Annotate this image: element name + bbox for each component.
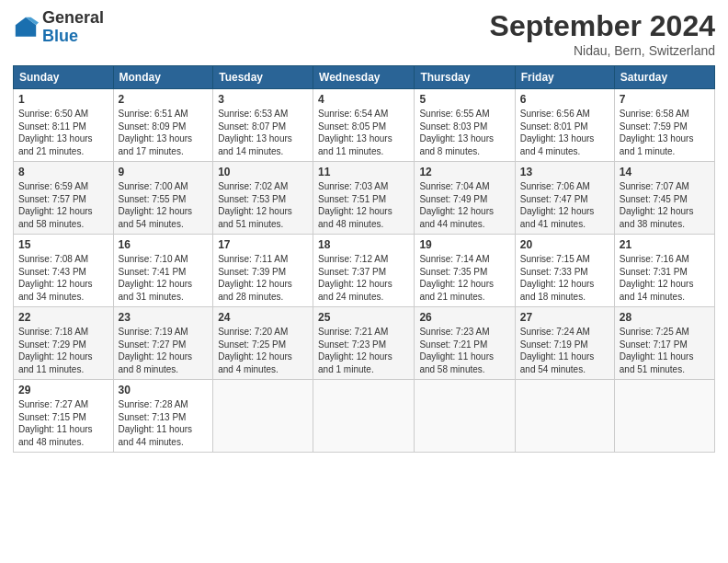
calendar-table: Sunday Monday Tuesday Wednesday Thursday… [13,65,715,453]
day-number: 27 [520,311,609,324]
table-row: 28Sunrise: 7:25 AM Sunset: 7:17 PM Dayli… [614,307,714,380]
day-info: Sunrise: 7:16 AM Sunset: 7:31 PM Dayligh… [620,253,710,303]
calendar-week-row: 1Sunrise: 6:50 AM Sunset: 8:11 PM Daylig… [14,89,715,162]
day-info: Sunrise: 7:21 AM Sunset: 7:23 PM Dayligh… [318,326,409,375]
day-info: Sunrise: 6:51 AM Sunset: 8:09 PM Dayligh… [119,108,209,157]
calendar-week-row: 22Sunrise: 7:18 AM Sunset: 7:29 PM Dayli… [14,307,715,380]
day-number: 13 [520,166,609,178]
day-info: Sunrise: 6:54 AM Sunset: 8:05 PM Dayligh… [318,108,409,157]
table-row: 17Sunrise: 7:11 AM Sunset: 7:39 PM Dayli… [213,235,313,307]
table-row: 15Sunrise: 7:08 AM Sunset: 7:43 PM Dayli… [14,235,114,307]
col-thursday: Thursday [415,66,515,89]
day-info: Sunrise: 7:28 AM Sunset: 7:13 PM Dayligh… [119,398,209,448]
table-row: 9Sunrise: 7:00 AM Sunset: 7:55 PM Daylig… [113,162,213,235]
day-number: 26 [419,311,509,324]
table-row: 6Sunrise: 6:56 AM Sunset: 8:01 PM Daylig… [515,89,614,162]
calendar-week-row: 29Sunrise: 7:27 AM Sunset: 7:15 PM Dayli… [14,380,715,453]
table-row: 25Sunrise: 7:21 AM Sunset: 7:23 PM Dayli… [313,307,415,380]
col-friday: Friday [515,66,614,89]
day-info: Sunrise: 7:25 AM Sunset: 7:17 PM Dayligh… [620,326,710,375]
table-row [415,380,515,453]
day-number: 8 [18,166,108,178]
day-number: 12 [419,166,509,178]
table-row: 29Sunrise: 7:27 AM Sunset: 7:15 PM Dayli… [14,380,114,453]
day-number: 25 [318,311,409,324]
logo-icon [13,15,39,40]
day-number: 20 [520,238,609,251]
day-info: Sunrise: 7:10 AM Sunset: 7:41 PM Dayligh… [119,253,209,303]
table-row: 14Sunrise: 7:07 AM Sunset: 7:45 PM Dayli… [614,162,714,235]
day-number: 6 [520,93,609,106]
table-row: 13Sunrise: 7:06 AM Sunset: 7:47 PM Dayli… [515,162,614,235]
day-number: 29 [18,384,108,396]
day-number: 2 [119,93,209,106]
day-number: 1 [18,93,108,106]
day-number: 10 [218,166,308,178]
day-number: 23 [119,311,209,324]
table-row: 10Sunrise: 7:02 AM Sunset: 7:53 PM Dayli… [213,162,313,235]
day-info: Sunrise: 7:11 AM Sunset: 7:39 PM Dayligh… [218,253,308,303]
day-number: 15 [18,238,108,251]
header: General Blue September 2024 Nidau, Bern,… [13,9,715,58]
day-number: 18 [318,238,409,251]
day-info: Sunrise: 7:15 AM Sunset: 7:33 PM Dayligh… [520,253,609,303]
table-row: 20Sunrise: 7:15 AM Sunset: 7:33 PM Dayli… [515,235,614,307]
day-info: Sunrise: 7:20 AM Sunset: 7:25 PM Dayligh… [218,326,308,375]
table-row: 26Sunrise: 7:23 AM Sunset: 7:21 PM Dayli… [415,307,515,380]
table-row: 11Sunrise: 7:03 AM Sunset: 7:51 PM Dayli… [313,162,415,235]
table-row: 30Sunrise: 7:28 AM Sunset: 7:13 PM Dayli… [113,380,213,453]
day-number: 4 [318,93,409,106]
day-number: 17 [218,238,308,251]
calendar-week-row: 15Sunrise: 7:08 AM Sunset: 7:43 PM Dayli… [14,235,715,307]
day-info: Sunrise: 6:53 AM Sunset: 8:07 PM Dayligh… [218,108,308,157]
day-number: 14 [620,166,710,178]
day-info: Sunrise: 7:03 AM Sunset: 7:51 PM Dayligh… [318,180,409,230]
day-number: 19 [419,238,509,251]
page: General Blue September 2024 Nidau, Bern,… [0,0,728,563]
col-saturday: Saturday [614,66,714,89]
day-number: 5 [419,93,509,106]
col-wednesday: Wednesday [313,66,415,89]
day-info: Sunrise: 7:14 AM Sunset: 7:35 PM Dayligh… [419,253,509,303]
day-info: Sunrise: 7:24 AM Sunset: 7:19 PM Dayligh… [520,326,609,375]
logo-text: General Blue [42,9,104,46]
day-info: Sunrise: 7:07 AM Sunset: 7:45 PM Dayligh… [620,180,710,230]
day-number: 3 [218,93,308,106]
day-info: Sunrise: 7:12 AM Sunset: 7:37 PM Dayligh… [318,253,409,303]
day-info: Sunrise: 7:18 AM Sunset: 7:29 PM Dayligh… [18,326,108,375]
day-info: Sunrise: 7:19 AM Sunset: 7:27 PM Dayligh… [119,326,209,375]
day-number: 28 [620,311,710,324]
day-number: 21 [620,238,710,251]
day-info: Sunrise: 7:04 AM Sunset: 7:49 PM Dayligh… [419,180,509,230]
day-number: 11 [318,166,409,178]
table-row: 16Sunrise: 7:10 AM Sunset: 7:41 PM Dayli… [113,235,213,307]
table-row: 2Sunrise: 6:51 AM Sunset: 8:09 PM Daylig… [113,89,213,162]
table-row: 1Sunrise: 6:50 AM Sunset: 8:11 PM Daylig… [14,89,114,162]
table-row: 7Sunrise: 6:58 AM Sunset: 7:59 PM Daylig… [614,89,714,162]
month-title: September 2024 [490,9,715,43]
table-row: 4Sunrise: 6:54 AM Sunset: 8:05 PM Daylig… [313,89,415,162]
logo-general-text: General [42,9,104,28]
col-monday: Monday [113,66,213,89]
table-row: 12Sunrise: 7:04 AM Sunset: 7:49 PM Dayli… [415,162,515,235]
location-title: Nidau, Bern, Switzerland [490,43,715,58]
day-info: Sunrise: 6:50 AM Sunset: 8:11 PM Dayligh… [18,108,108,157]
day-info: Sunrise: 7:23 AM Sunset: 7:21 PM Dayligh… [419,326,509,375]
table-row: 18Sunrise: 7:12 AM Sunset: 7:37 PM Dayli… [313,235,415,307]
logo: General Blue [13,9,104,46]
day-number: 9 [119,166,209,178]
day-info: Sunrise: 7:27 AM Sunset: 7:15 PM Dayligh… [18,398,108,448]
table-row: 23Sunrise: 7:19 AM Sunset: 7:27 PM Dayli… [113,307,213,380]
table-row [213,380,313,453]
table-row: 3Sunrise: 6:53 AM Sunset: 8:07 PM Daylig… [213,89,313,162]
table-row [614,380,714,453]
day-number: 16 [119,238,209,251]
table-row [515,380,614,453]
table-row: 19Sunrise: 7:14 AM Sunset: 7:35 PM Dayli… [415,235,515,307]
logo-blue-text: Blue [42,28,104,46]
table-row: 21Sunrise: 7:16 AM Sunset: 7:31 PM Dayli… [614,235,714,307]
day-info: Sunrise: 7:00 AM Sunset: 7:55 PM Dayligh… [119,180,209,230]
day-info: Sunrise: 6:55 AM Sunset: 8:03 PM Dayligh… [419,108,509,157]
day-number: 30 [119,384,209,396]
table-row [313,380,415,453]
